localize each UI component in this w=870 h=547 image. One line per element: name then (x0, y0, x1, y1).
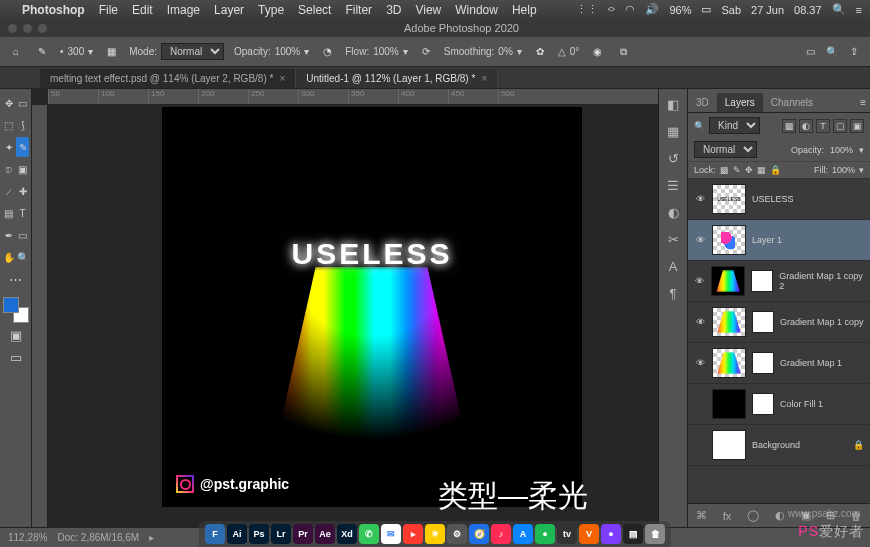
screenmode-tool[interactable]: ▭ (4, 347, 28, 367)
status-arrow-icon[interactable]: ▸ (149, 532, 154, 543)
quickmask-tool[interactable]: ▣ (4, 325, 28, 345)
layer-thumb[interactable] (712, 348, 746, 378)
dock-app-icon[interactable]: Ps (249, 524, 269, 544)
menu-3d[interactable]: 3D (386, 3, 401, 17)
menu-image[interactable]: Image (167, 3, 200, 17)
layer-thumb[interactable] (712, 307, 746, 337)
ruler-horizontal[interactable]: 50100150200250300350400450500 (48, 89, 658, 105)
layer-name[interactable]: USELESS (752, 194, 794, 204)
color-panel-icon[interactable]: ◧ (667, 97, 679, 112)
visibility-icon[interactable]: 👁 (694, 235, 706, 245)
doc-tab-2[interactable]: Untitled-1 @ 112% (Layer 1, RGB/8) *× (296, 69, 498, 88)
menu-file[interactable]: File (99, 3, 118, 17)
smoothing-value[interactable]: 0% (498, 46, 512, 57)
battery-icon[interactable]: ▭ (701, 3, 711, 16)
symmetry-icon[interactable]: ⧉ (615, 44, 631, 60)
frame-tool[interactable]: ▣ (16, 159, 29, 179)
brush-panel-icon[interactable]: ▦ (103, 44, 119, 60)
crop-tool[interactable]: ⟄ (2, 159, 15, 179)
menu-layer[interactable]: Layer (214, 3, 244, 17)
layer-row[interactable]: 👁Gradient Map 1 (688, 343, 870, 384)
dock-app-icon[interactable]: Xd (337, 524, 357, 544)
search-icon[interactable]: 🔍 (824, 44, 840, 60)
bluetooth-icon[interactable]: ⌔ (608, 4, 615, 16)
layer-row[interactable]: Color Fill 1 (688, 384, 870, 425)
dock-app-icon[interactable]: ☀ (425, 524, 445, 544)
close-tab-icon[interactable]: × (279, 73, 285, 84)
filter-icon[interactable]: 🔍 (694, 121, 705, 131)
traffic-max[interactable] (38, 24, 47, 33)
app-name-menu[interactable]: Photoshop (22, 3, 85, 17)
swatches-panel-icon[interactable]: ▦ (667, 124, 679, 139)
menu-window[interactable]: Window (455, 3, 498, 17)
fg-swatch[interactable] (3, 297, 19, 313)
panel-tab-3d[interactable]: 3D (688, 93, 717, 112)
pressure-opacity-icon[interactable]: ◔ (319, 44, 335, 60)
doc-tab-1[interactable]: melting text effect.psd @ 114% (Layer 2,… (40, 69, 296, 88)
dock-app-icon[interactable]: 🧭 (469, 524, 489, 544)
brush-size-control[interactable]: •300▾ (60, 46, 93, 57)
fx-icon[interactable]: fx (723, 510, 732, 522)
dock-app-icon[interactable]: 🗑 (645, 524, 665, 544)
dock-app-icon[interactable]: A (513, 524, 533, 544)
doc-size[interactable]: Doc: 2,86M/16,6M (57, 532, 139, 543)
ruler-vertical[interactable] (32, 105, 48, 527)
dock-app-icon[interactable]: V (579, 524, 599, 544)
panel-menu-icon[interactable]: ≡ (856, 93, 870, 112)
visibility-icon[interactable]: 👁 (694, 194, 706, 204)
clock-date[interactable]: 27 Jun (751, 4, 784, 16)
angle-value[interactable]: 0° (570, 46, 580, 57)
panel-tab-layers[interactable]: Layers (717, 93, 763, 112)
layer-row[interactable]: 👁Layer 1 (688, 220, 870, 261)
smoothing-gear-icon[interactable]: ✿ (532, 44, 548, 60)
workspace-icon[interactable]: ▭ (802, 44, 818, 60)
char-panel-icon[interactable]: A (669, 259, 678, 274)
shape-tool[interactable]: ▭ (16, 225, 29, 245)
canvas-area[interactable]: 50100150200250300350400450500 USELESS @p… (32, 89, 658, 527)
dock-app-icon[interactable]: ▤ (623, 524, 643, 544)
libraries-panel-icon[interactable]: ☰ (667, 178, 679, 193)
wand-tool[interactable]: ✦ (2, 137, 15, 157)
heal-tool[interactable]: ✚ (16, 181, 29, 201)
airbrush-icon[interactable]: ⟳ (418, 44, 434, 60)
menu-type[interactable]: Type (258, 3, 284, 17)
filter-pixel-icon[interactable]: ▩ (782, 119, 796, 133)
move-tool[interactable]: ✥ (2, 93, 15, 113)
traffic-close[interactable] (8, 24, 17, 33)
marquee-tool[interactable]: ⬚ (2, 115, 15, 135)
pressure-size-icon[interactable]: ◉ (589, 44, 605, 60)
dock-app-icon[interactable]: ▸ (403, 524, 423, 544)
mask-icon[interactable]: ◯ (747, 509, 759, 522)
dock-app-icon[interactable]: ✉ (381, 524, 401, 544)
wifi-icon[interactable]: ⋮⋮ (576, 3, 598, 16)
layer-name[interactable]: Layer 1 (752, 235, 782, 245)
layer-opacity-value[interactable]: 100% (830, 145, 853, 155)
layer-blend-select[interactable]: Normal (694, 141, 757, 158)
dock-app-icon[interactable]: Ae (315, 524, 335, 544)
volume-icon[interactable]: 🔊 (645, 3, 659, 16)
dock-app-icon[interactable]: F (205, 524, 225, 544)
clock-day[interactable]: Sab (721, 4, 741, 16)
battery-percent[interactable]: 96% (669, 4, 691, 16)
dock-app-icon[interactable]: Ai (227, 524, 247, 544)
layer-name[interactable]: Color Fill 1 (780, 399, 823, 409)
share-icon[interactable]: ⇪ (846, 44, 862, 60)
adjustments-panel-icon[interactable]: ◐ (668, 205, 679, 220)
dock-app-icon[interactable]: ♪ (491, 524, 511, 544)
wifi-signal-icon[interactable]: ◠ (625, 3, 635, 16)
edit-toolbar[interactable]: ⋯ (4, 269, 28, 289)
home-icon[interactable]: ⌂ (8, 44, 24, 60)
layer-name[interactable]: Gradient Map 1 copy (780, 317, 864, 327)
gradient-tool[interactable]: ▤ (2, 203, 15, 223)
menu-filter[interactable]: Filter (345, 3, 372, 17)
pen-tool[interactable]: ✒ (2, 225, 15, 245)
layer-row[interactable]: Background🔒 (688, 425, 870, 466)
dock-app-icon[interactable]: ⚙ (447, 524, 467, 544)
layer-row[interactable]: 👁Gradient Map 1 copy (688, 302, 870, 343)
artboard-tool[interactable]: ▭ (16, 93, 29, 113)
lock-pixel-icon[interactable]: ✎ (733, 165, 741, 175)
dock-app-icon[interactable]: tv (557, 524, 577, 544)
menu-edit[interactable]: Edit (132, 3, 153, 17)
layer-name[interactable]: Gradient Map 1 copy 2 (779, 271, 864, 291)
menu-select[interactable]: Select (298, 3, 331, 17)
